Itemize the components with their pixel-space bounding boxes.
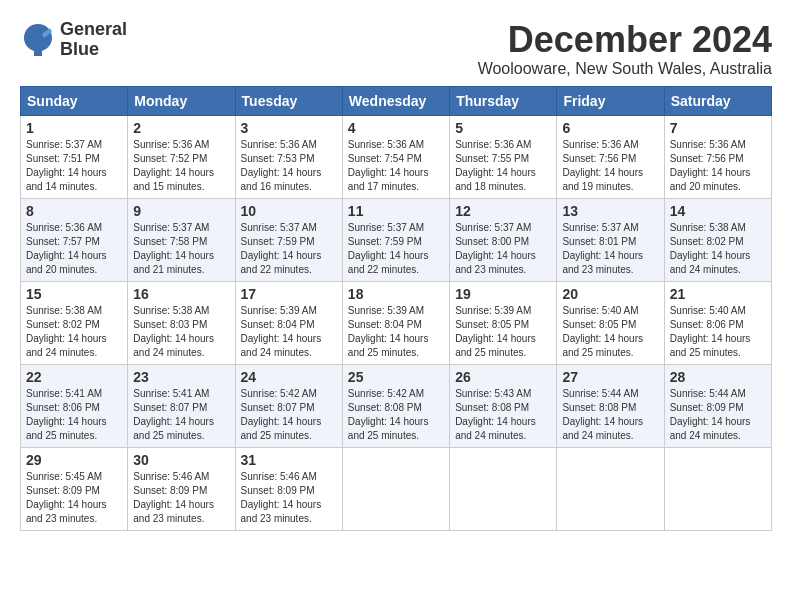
day-info: Sunrise: 5:38 AM Sunset: 8:02 PM Dayligh… (670, 221, 766, 277)
calendar-cell: 7Sunrise: 5:36 AM Sunset: 7:56 PM Daylig… (664, 115, 771, 198)
calendar-cell: 30Sunrise: 5:46 AM Sunset: 8:09 PM Dayli… (128, 447, 235, 530)
day-info: Sunrise: 5:44 AM Sunset: 8:08 PM Dayligh… (562, 387, 658, 443)
location-title: Woolooware, New South Wales, Australia (478, 60, 772, 78)
day-number: 9 (133, 203, 229, 219)
day-info: Sunrise: 5:36 AM Sunset: 7:53 PM Dayligh… (241, 138, 337, 194)
calendar-cell: 14Sunrise: 5:38 AM Sunset: 8:02 PM Dayli… (664, 198, 771, 281)
calendar-cell: 24Sunrise: 5:42 AM Sunset: 8:07 PM Dayli… (235, 364, 342, 447)
header: General Blue December 2024 Woolooware, N… (20, 20, 772, 78)
day-number: 4 (348, 120, 444, 136)
day-info: Sunrise: 5:41 AM Sunset: 8:06 PM Dayligh… (26, 387, 122, 443)
day-info: Sunrise: 5:37 AM Sunset: 8:00 PM Dayligh… (455, 221, 551, 277)
header-sunday: Sunday (21, 86, 128, 115)
calendar-cell: 3Sunrise: 5:36 AM Sunset: 7:53 PM Daylig… (235, 115, 342, 198)
day-info: Sunrise: 5:36 AM Sunset: 7:57 PM Dayligh… (26, 221, 122, 277)
day-info: Sunrise: 5:39 AM Sunset: 8:04 PM Dayligh… (348, 304, 444, 360)
calendar-cell: 15Sunrise: 5:38 AM Sunset: 8:02 PM Dayli… (21, 281, 128, 364)
logo-text: General Blue (60, 20, 127, 60)
day-number: 28 (670, 369, 766, 385)
day-number: 29 (26, 452, 122, 468)
calendar-week-4: 22Sunrise: 5:41 AM Sunset: 8:06 PM Dayli… (21, 364, 772, 447)
day-number: 30 (133, 452, 229, 468)
calendar-cell (450, 447, 557, 530)
calendar-week-3: 15Sunrise: 5:38 AM Sunset: 8:02 PM Dayli… (21, 281, 772, 364)
calendar-cell: 21Sunrise: 5:40 AM Sunset: 8:06 PM Dayli… (664, 281, 771, 364)
day-info: Sunrise: 5:38 AM Sunset: 8:02 PM Dayligh… (26, 304, 122, 360)
calendar-cell: 4Sunrise: 5:36 AM Sunset: 7:54 PM Daylig… (342, 115, 449, 198)
header-saturday: Saturday (664, 86, 771, 115)
calendar-cell: 25Sunrise: 5:42 AM Sunset: 8:08 PM Dayli… (342, 364, 449, 447)
calendar-table: Sunday Monday Tuesday Wednesday Thursday… (20, 86, 772, 531)
logo: General Blue (20, 20, 127, 60)
day-info: Sunrise: 5:37 AM Sunset: 7:51 PM Dayligh… (26, 138, 122, 194)
day-info: Sunrise: 5:40 AM Sunset: 8:05 PM Dayligh… (562, 304, 658, 360)
calendar-cell: 29Sunrise: 5:45 AM Sunset: 8:09 PM Dayli… (21, 447, 128, 530)
day-number: 12 (455, 203, 551, 219)
day-number: 6 (562, 120, 658, 136)
calendar-cell: 20Sunrise: 5:40 AM Sunset: 8:05 PM Dayli… (557, 281, 664, 364)
day-info: Sunrise: 5:43 AM Sunset: 8:08 PM Dayligh… (455, 387, 551, 443)
day-number: 24 (241, 369, 337, 385)
calendar-cell: 5Sunrise: 5:36 AM Sunset: 7:55 PM Daylig… (450, 115, 557, 198)
day-info: Sunrise: 5:40 AM Sunset: 8:06 PM Dayligh… (670, 304, 766, 360)
day-number: 14 (670, 203, 766, 219)
weekday-header-row: Sunday Monday Tuesday Wednesday Thursday… (21, 86, 772, 115)
day-info: Sunrise: 5:37 AM Sunset: 7:59 PM Dayligh… (348, 221, 444, 277)
calendar-cell: 16Sunrise: 5:38 AM Sunset: 8:03 PM Dayli… (128, 281, 235, 364)
calendar-cell: 8Sunrise: 5:36 AM Sunset: 7:57 PM Daylig… (21, 198, 128, 281)
day-info: Sunrise: 5:37 AM Sunset: 8:01 PM Dayligh… (562, 221, 658, 277)
day-info: Sunrise: 5:44 AM Sunset: 8:09 PM Dayligh… (670, 387, 766, 443)
day-number: 7 (670, 120, 766, 136)
logo-line1: General (60, 20, 127, 40)
day-info: Sunrise: 5:46 AM Sunset: 8:09 PM Dayligh… (133, 470, 229, 526)
day-info: Sunrise: 5:41 AM Sunset: 8:07 PM Dayligh… (133, 387, 229, 443)
calendar-cell: 17Sunrise: 5:39 AM Sunset: 8:04 PM Dayli… (235, 281, 342, 364)
header-friday: Friday (557, 86, 664, 115)
day-info: Sunrise: 5:42 AM Sunset: 8:07 PM Dayligh… (241, 387, 337, 443)
day-info: Sunrise: 5:39 AM Sunset: 8:04 PM Dayligh… (241, 304, 337, 360)
header-monday: Monday (128, 86, 235, 115)
calendar-cell (342, 447, 449, 530)
day-number: 16 (133, 286, 229, 302)
calendar-cell: 19Sunrise: 5:39 AM Sunset: 8:05 PM Dayli… (450, 281, 557, 364)
day-number: 20 (562, 286, 658, 302)
day-number: 2 (133, 120, 229, 136)
calendar-cell: 9Sunrise: 5:37 AM Sunset: 7:58 PM Daylig… (128, 198, 235, 281)
calendar-cell: 11Sunrise: 5:37 AM Sunset: 7:59 PM Dayli… (342, 198, 449, 281)
calendar-cell: 31Sunrise: 5:46 AM Sunset: 8:09 PM Dayli… (235, 447, 342, 530)
logo-line2: Blue (60, 40, 127, 60)
calendar-cell: 26Sunrise: 5:43 AM Sunset: 8:08 PM Dayli… (450, 364, 557, 447)
day-number: 5 (455, 120, 551, 136)
calendar-cell: 12Sunrise: 5:37 AM Sunset: 8:00 PM Dayli… (450, 198, 557, 281)
day-number: 17 (241, 286, 337, 302)
day-number: 27 (562, 369, 658, 385)
calendar-cell: 28Sunrise: 5:44 AM Sunset: 8:09 PM Dayli… (664, 364, 771, 447)
calendar-cell: 18Sunrise: 5:39 AM Sunset: 8:04 PM Dayli… (342, 281, 449, 364)
calendar-cell: 1Sunrise: 5:37 AM Sunset: 7:51 PM Daylig… (21, 115, 128, 198)
header-thursday: Thursday (450, 86, 557, 115)
day-number: 25 (348, 369, 444, 385)
calendar-cell: 23Sunrise: 5:41 AM Sunset: 8:07 PM Dayli… (128, 364, 235, 447)
day-number: 15 (26, 286, 122, 302)
day-info: Sunrise: 5:36 AM Sunset: 7:56 PM Dayligh… (562, 138, 658, 194)
day-info: Sunrise: 5:39 AM Sunset: 8:05 PM Dayligh… (455, 304, 551, 360)
calendar-cell (557, 447, 664, 530)
day-info: Sunrise: 5:36 AM Sunset: 7:56 PM Dayligh… (670, 138, 766, 194)
day-number: 31 (241, 452, 337, 468)
header-wednesday: Wednesday (342, 86, 449, 115)
month-title: December 2024 (478, 20, 772, 60)
day-info: Sunrise: 5:36 AM Sunset: 7:55 PM Dayligh… (455, 138, 551, 194)
calendar-cell (664, 447, 771, 530)
day-info: Sunrise: 5:37 AM Sunset: 7:59 PM Dayligh… (241, 221, 337, 277)
calendar-cell: 6Sunrise: 5:36 AM Sunset: 7:56 PM Daylig… (557, 115, 664, 198)
day-info: Sunrise: 5:45 AM Sunset: 8:09 PM Dayligh… (26, 470, 122, 526)
day-number: 11 (348, 203, 444, 219)
day-number: 26 (455, 369, 551, 385)
day-number: 18 (348, 286, 444, 302)
calendar-cell: 10Sunrise: 5:37 AM Sunset: 7:59 PM Dayli… (235, 198, 342, 281)
day-number: 10 (241, 203, 337, 219)
day-number: 13 (562, 203, 658, 219)
day-number: 22 (26, 369, 122, 385)
day-info: Sunrise: 5:36 AM Sunset: 7:52 PM Dayligh… (133, 138, 229, 194)
logo-icon (20, 22, 56, 58)
